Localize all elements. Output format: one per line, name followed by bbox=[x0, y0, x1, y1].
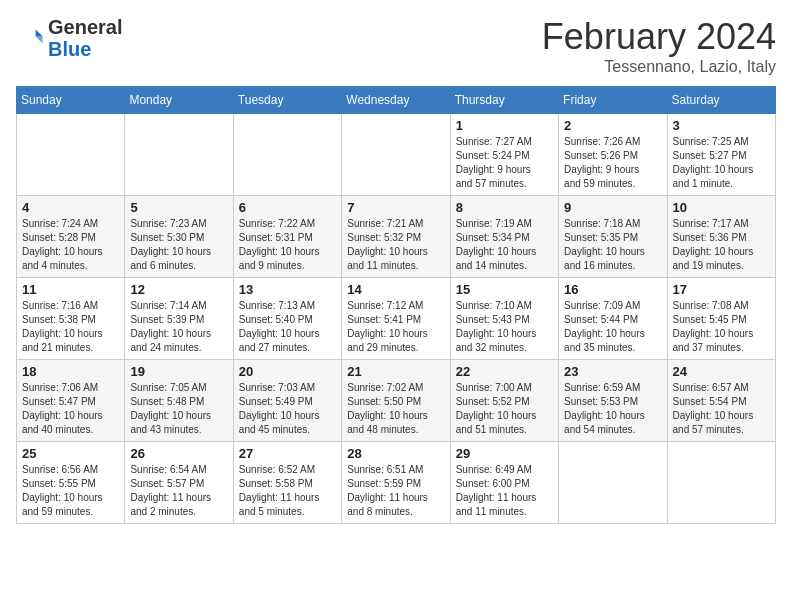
weekday-header: Saturday bbox=[667, 87, 775, 114]
calendar-cell: 20Sunrise: 7:03 AM Sunset: 5:49 PM Dayli… bbox=[233, 360, 341, 442]
calendar-cell: 1Sunrise: 7:27 AM Sunset: 5:24 PM Daylig… bbox=[450, 114, 558, 196]
calendar-cell bbox=[342, 114, 450, 196]
svg-marker-1 bbox=[36, 37, 43, 44]
day-info: Sunrise: 7:06 AM Sunset: 5:47 PM Dayligh… bbox=[22, 381, 119, 437]
day-info: Sunrise: 7:27 AM Sunset: 5:24 PM Dayligh… bbox=[456, 135, 553, 191]
day-number: 16 bbox=[564, 282, 661, 297]
calendar-cell: 2Sunrise: 7:26 AM Sunset: 5:26 PM Daylig… bbox=[559, 114, 667, 196]
day-info: Sunrise: 6:52 AM Sunset: 5:58 PM Dayligh… bbox=[239, 463, 336, 519]
weekday-header: Wednesday bbox=[342, 87, 450, 114]
day-number: 5 bbox=[130, 200, 227, 215]
calendar-cell: 3Sunrise: 7:25 AM Sunset: 5:27 PM Daylig… bbox=[667, 114, 775, 196]
day-info: Sunrise: 7:00 AM Sunset: 5:52 PM Dayligh… bbox=[456, 381, 553, 437]
calendar-cell: 21Sunrise: 7:02 AM Sunset: 5:50 PM Dayli… bbox=[342, 360, 450, 442]
day-info: Sunrise: 7:10 AM Sunset: 5:43 PM Dayligh… bbox=[456, 299, 553, 355]
calendar-cell bbox=[233, 114, 341, 196]
calendar-week-row: 11Sunrise: 7:16 AM Sunset: 5:38 PM Dayli… bbox=[17, 278, 776, 360]
calendar-cell: 18Sunrise: 7:06 AM Sunset: 5:47 PM Dayli… bbox=[17, 360, 125, 442]
title-block: February 2024 Tessennano, Lazio, Italy bbox=[542, 16, 776, 76]
day-number: 22 bbox=[456, 364, 553, 379]
day-number: 29 bbox=[456, 446, 553, 461]
calendar-cell bbox=[667, 442, 775, 524]
day-number: 25 bbox=[22, 446, 119, 461]
location: Tessennano, Lazio, Italy bbox=[542, 58, 776, 76]
day-info: Sunrise: 7:18 AM Sunset: 5:35 PM Dayligh… bbox=[564, 217, 661, 273]
day-number: 15 bbox=[456, 282, 553, 297]
calendar-cell: 27Sunrise: 6:52 AM Sunset: 5:58 PM Dayli… bbox=[233, 442, 341, 524]
logo-general: General bbox=[48, 16, 122, 38]
calendar-cell: 25Sunrise: 6:56 AM Sunset: 5:55 PM Dayli… bbox=[17, 442, 125, 524]
day-number: 1 bbox=[456, 118, 553, 133]
calendar-week-row: 1Sunrise: 7:27 AM Sunset: 5:24 PM Daylig… bbox=[17, 114, 776, 196]
logo-text: General Blue bbox=[48, 16, 122, 60]
calendar-cell: 11Sunrise: 7:16 AM Sunset: 5:38 PM Dayli… bbox=[17, 278, 125, 360]
weekday-header: Sunday bbox=[17, 87, 125, 114]
calendar-cell: 12Sunrise: 7:14 AM Sunset: 5:39 PM Dayli… bbox=[125, 278, 233, 360]
weekday-header: Monday bbox=[125, 87, 233, 114]
day-number: 6 bbox=[239, 200, 336, 215]
day-number: 7 bbox=[347, 200, 444, 215]
day-info: Sunrise: 7:22 AM Sunset: 5:31 PM Dayligh… bbox=[239, 217, 336, 273]
day-number: 23 bbox=[564, 364, 661, 379]
day-info: Sunrise: 7:08 AM Sunset: 5:45 PM Dayligh… bbox=[673, 299, 770, 355]
calendar-cell: 14Sunrise: 7:12 AM Sunset: 5:41 PM Dayli… bbox=[342, 278, 450, 360]
day-info: Sunrise: 7:21 AM Sunset: 5:32 PM Dayligh… bbox=[347, 217, 444, 273]
day-number: 2 bbox=[564, 118, 661, 133]
calendar-week-row: 18Sunrise: 7:06 AM Sunset: 5:47 PM Dayli… bbox=[17, 360, 776, 442]
calendar-cell: 4Sunrise: 7:24 AM Sunset: 5:28 PM Daylig… bbox=[17, 196, 125, 278]
day-number: 9 bbox=[564, 200, 661, 215]
day-info: Sunrise: 7:23 AM Sunset: 5:30 PM Dayligh… bbox=[130, 217, 227, 273]
day-number: 17 bbox=[673, 282, 770, 297]
day-info: Sunrise: 7:03 AM Sunset: 5:49 PM Dayligh… bbox=[239, 381, 336, 437]
day-info: Sunrise: 7:25 AM Sunset: 5:27 PM Dayligh… bbox=[673, 135, 770, 191]
weekday-header-row: SundayMondayTuesdayWednesdayThursdayFrid… bbox=[17, 87, 776, 114]
calendar-cell: 5Sunrise: 7:23 AM Sunset: 5:30 PM Daylig… bbox=[125, 196, 233, 278]
day-info: Sunrise: 7:24 AM Sunset: 5:28 PM Dayligh… bbox=[22, 217, 119, 273]
calendar-cell: 24Sunrise: 6:57 AM Sunset: 5:54 PM Dayli… bbox=[667, 360, 775, 442]
day-info: Sunrise: 6:57 AM Sunset: 5:54 PM Dayligh… bbox=[673, 381, 770, 437]
calendar-cell: 8Sunrise: 7:19 AM Sunset: 5:34 PM Daylig… bbox=[450, 196, 558, 278]
day-number: 19 bbox=[130, 364, 227, 379]
day-info: Sunrise: 7:14 AM Sunset: 5:39 PM Dayligh… bbox=[130, 299, 227, 355]
day-number: 14 bbox=[347, 282, 444, 297]
day-number: 20 bbox=[239, 364, 336, 379]
day-info: Sunrise: 6:59 AM Sunset: 5:53 PM Dayligh… bbox=[564, 381, 661, 437]
calendar-cell bbox=[125, 114, 233, 196]
day-number: 26 bbox=[130, 446, 227, 461]
day-info: Sunrise: 7:09 AM Sunset: 5:44 PM Dayligh… bbox=[564, 299, 661, 355]
day-number: 24 bbox=[673, 364, 770, 379]
day-number: 27 bbox=[239, 446, 336, 461]
weekday-header: Friday bbox=[559, 87, 667, 114]
day-info: Sunrise: 6:51 AM Sunset: 5:59 PM Dayligh… bbox=[347, 463, 444, 519]
calendar-cell: 7Sunrise: 7:21 AM Sunset: 5:32 PM Daylig… bbox=[342, 196, 450, 278]
day-number: 28 bbox=[347, 446, 444, 461]
day-number: 10 bbox=[673, 200, 770, 215]
logo-blue: Blue bbox=[48, 38, 91, 60]
day-number: 18 bbox=[22, 364, 119, 379]
calendar-cell bbox=[17, 114, 125, 196]
day-number: 12 bbox=[130, 282, 227, 297]
day-info: Sunrise: 7:19 AM Sunset: 5:34 PM Dayligh… bbox=[456, 217, 553, 273]
weekday-header: Thursday bbox=[450, 87, 558, 114]
calendar-cell: 15Sunrise: 7:10 AM Sunset: 5:43 PM Dayli… bbox=[450, 278, 558, 360]
day-info: Sunrise: 7:16 AM Sunset: 5:38 PM Dayligh… bbox=[22, 299, 119, 355]
day-info: Sunrise: 6:56 AM Sunset: 5:55 PM Dayligh… bbox=[22, 463, 119, 519]
calendar-cell: 17Sunrise: 7:08 AM Sunset: 5:45 PM Dayli… bbox=[667, 278, 775, 360]
calendar-week-row: 4Sunrise: 7:24 AM Sunset: 5:28 PM Daylig… bbox=[17, 196, 776, 278]
day-number: 8 bbox=[456, 200, 553, 215]
day-info: Sunrise: 7:13 AM Sunset: 5:40 PM Dayligh… bbox=[239, 299, 336, 355]
calendar-cell: 26Sunrise: 6:54 AM Sunset: 5:57 PM Dayli… bbox=[125, 442, 233, 524]
calendar-cell: 29Sunrise: 6:49 AM Sunset: 6:00 PM Dayli… bbox=[450, 442, 558, 524]
calendar-cell: 13Sunrise: 7:13 AM Sunset: 5:40 PM Dayli… bbox=[233, 278, 341, 360]
day-info: Sunrise: 7:17 AM Sunset: 5:36 PM Dayligh… bbox=[673, 217, 770, 273]
calendar-cell: 19Sunrise: 7:05 AM Sunset: 5:48 PM Dayli… bbox=[125, 360, 233, 442]
page-header: General Blue February 2024 Tessennano, L… bbox=[16, 16, 776, 76]
svg-marker-0 bbox=[36, 30, 43, 37]
calendar-week-row: 25Sunrise: 6:56 AM Sunset: 5:55 PM Dayli… bbox=[17, 442, 776, 524]
calendar-table: SundayMondayTuesdayWednesdayThursdayFrid… bbox=[16, 86, 776, 524]
weekday-header: Tuesday bbox=[233, 87, 341, 114]
day-number: 3 bbox=[673, 118, 770, 133]
day-info: Sunrise: 6:49 AM Sunset: 6:00 PM Dayligh… bbox=[456, 463, 553, 519]
day-number: 13 bbox=[239, 282, 336, 297]
calendar-cell: 16Sunrise: 7:09 AM Sunset: 5:44 PM Dayli… bbox=[559, 278, 667, 360]
